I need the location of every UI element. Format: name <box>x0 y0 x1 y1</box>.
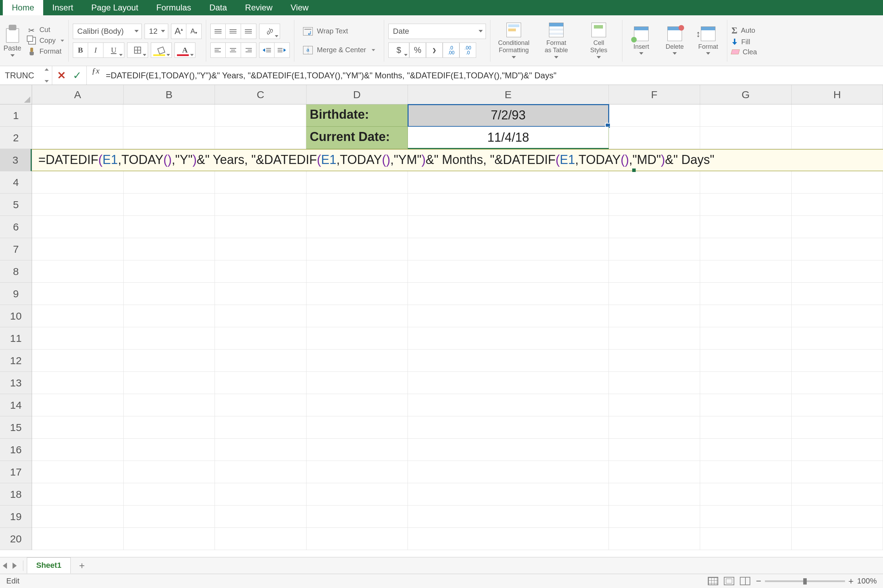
number-format-combo[interactable]: Date <box>388 24 486 39</box>
name-box-spinner[interactable] <box>44 68 50 82</box>
ribbon-tab-data[interactable]: Data <box>200 0 236 15</box>
fill-button[interactable]: Fill <box>731 38 757 46</box>
cell-E19[interactable] <box>408 506 609 528</box>
bold-button[interactable]: B <box>73 42 88 58</box>
cell-F16[interactable] <box>609 439 700 461</box>
cell-C15[interactable] <box>215 416 306 439</box>
name-box[interactable]: TRUNC <box>0 66 52 85</box>
cell-H20[interactable] <box>792 528 883 550</box>
ribbon-tab-review[interactable]: Review <box>236 0 282 15</box>
cell-E4[interactable] <box>408 171 609 194</box>
cell-E11[interactable] <box>408 327 609 350</box>
cell-E13[interactable] <box>408 372 609 394</box>
cell-G1[interactable] <box>700 105 791 127</box>
cell-G15[interactable] <box>700 416 792 439</box>
cell-A18[interactable] <box>32 483 124 506</box>
cell-B11[interactable] <box>124 327 215 350</box>
cell-C18[interactable] <box>215 483 306 506</box>
delete-cells-button[interactable]: Delete <box>660 20 689 62</box>
cell-H4[interactable] <box>792 171 883 194</box>
fx-icon[interactable]: ƒx <box>92 66 100 85</box>
cell-C20[interactable] <box>215 528 306 550</box>
cell-F8[interactable] <box>609 260 700 283</box>
cell-B6[interactable] <box>124 216 215 238</box>
ribbon-tab-page-layout[interactable]: Page Layout <box>82 0 147 15</box>
cell-D9[interactable] <box>306 283 408 305</box>
column-header-B[interactable]: B <box>124 85 215 104</box>
zoom-in-button[interactable]: + <box>848 576 854 586</box>
column-header-F[interactable]: F <box>609 85 700 104</box>
column-header-A[interactable]: A <box>32 85 124 104</box>
zoom-out-button[interactable]: − <box>756 576 761 586</box>
cell-C1[interactable] <box>215 105 306 127</box>
row-header-15[interactable]: 15 <box>0 416 32 439</box>
cell-D2[interactable]: Current Date: <box>306 127 408 149</box>
increase-font-size-button[interactable]: A▴ <box>171 24 186 39</box>
row-header-18[interactable]: 18 <box>0 483 32 506</box>
cell-E16[interactable] <box>408 439 609 461</box>
cell-H1[interactable] <box>792 105 883 127</box>
format-as-table-button[interactable]: Format as Table <box>537 20 575 62</box>
cell-H11[interactable] <box>792 327 883 350</box>
cell-D11[interactable] <box>306 327 408 350</box>
cell-A2[interactable] <box>32 127 123 149</box>
cell-D6[interactable] <box>306 216 408 238</box>
decrease-font-size-button[interactable]: A▾ <box>186 24 202 39</box>
cell-G8[interactable] <box>700 260 792 283</box>
cell-H14[interactable] <box>792 394 883 416</box>
cell-A12[interactable] <box>32 350 124 372</box>
cell-E1[interactable]: 7/2/93 <box>408 105 609 127</box>
cell-F5[interactable] <box>609 194 700 216</box>
align-middle-button[interactable] <box>226 24 241 39</box>
cell-A11[interactable] <box>32 327 124 350</box>
cell-D12[interactable] <box>306 350 408 372</box>
ribbon-tab-home[interactable]: Home <box>3 0 43 15</box>
cell-B17[interactable] <box>124 461 215 483</box>
cell-B12[interactable] <box>124 350 215 372</box>
cell-G6[interactable] <box>700 216 792 238</box>
cell-H7[interactable] <box>792 238 883 260</box>
row-header-4[interactable]: 4 <box>0 171 32 194</box>
page-layout-view-button[interactable] <box>724 577 734 585</box>
cell-A5[interactable] <box>32 194 124 216</box>
cell-A16[interactable] <box>32 439 124 461</box>
cell-G18[interactable] <box>700 483 792 506</box>
row-header-17[interactable]: 17 <box>0 461 32 483</box>
cell-D20[interactable] <box>306 528 408 550</box>
sheet-nav-next-button[interactable] <box>12 562 17 569</box>
cell-E8[interactable] <box>408 260 609 283</box>
cell-C5[interactable] <box>215 194 306 216</box>
cell-A17[interactable] <box>32 461 124 483</box>
cell-F1[interactable] <box>609 105 700 127</box>
cell-H6[interactable] <box>792 216 883 238</box>
row-header-9[interactable]: 9 <box>0 283 32 305</box>
row-header-1[interactable]: 1 <box>0 105 32 127</box>
cell-D10[interactable] <box>306 305 408 327</box>
cell-H5[interactable] <box>792 194 883 216</box>
column-header-D[interactable]: D <box>306 85 408 104</box>
cells-grid[interactable]: Birthdate:7/2/93Current Date:11/4/18=DAT… <box>32 105 883 557</box>
cell-D4[interactable] <box>306 171 408 194</box>
cell-H15[interactable] <box>792 416 883 439</box>
cell-H8[interactable] <box>792 260 883 283</box>
cell-F11[interactable] <box>609 327 700 350</box>
cell-E14[interactable] <box>408 394 609 416</box>
cell-B15[interactable] <box>124 416 215 439</box>
cell-G4[interactable] <box>700 171 792 194</box>
cell-B14[interactable] <box>124 394 215 416</box>
row-header-10[interactable]: 10 <box>0 305 32 327</box>
cell-C12[interactable] <box>215 350 306 372</box>
cell-H13[interactable] <box>792 372 883 394</box>
cell-G13[interactable] <box>700 372 792 394</box>
cell-E20[interactable] <box>408 528 609 550</box>
cell-A3-editing[interactable]: =DATEDIF(E1,TODAY(),"Y")&" Years, "&DATE… <box>32 150 883 171</box>
cell-C16[interactable] <box>215 439 306 461</box>
add-sheet-button[interactable]: + <box>76 560 88 572</box>
cell-G11[interactable] <box>700 327 792 350</box>
cell-F18[interactable] <box>609 483 700 506</box>
ribbon-tab-insert[interactable]: Insert <box>43 0 82 15</box>
cell-E7[interactable] <box>408 238 609 260</box>
cell-A7[interactable] <box>32 238 124 260</box>
cut-button[interactable]: Cut <box>28 26 64 34</box>
column-header-E[interactable]: E <box>408 85 609 104</box>
